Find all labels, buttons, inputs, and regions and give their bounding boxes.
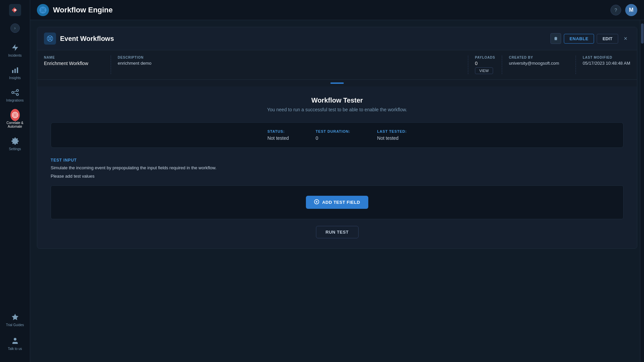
svg-line-24 — [51, 40, 52, 41]
sidebar: › Incidents Insights — [0, 0, 30, 362]
test-input-description: Simulate the incoming event by prepopula… — [51, 165, 624, 170]
panel-header: Event Workflows ENABLE EDIT × — [37, 27, 637, 50]
sidebar-item-talk-to-us[interactable]: Talk to us — [2, 333, 29, 354]
incidents-icon — [10, 43, 20, 52]
svg-rect-2 — [14, 69, 16, 73]
tester-subtitle: You need to run a successful test to be … — [51, 107, 624, 112]
sidebar-item-insights[interactable]: Insights — [2, 62, 29, 83]
sidebar-item-label: Incidents — [8, 54, 21, 57]
svg-point-4 — [12, 92, 14, 94]
user-avatar[interactable]: M — [625, 4, 637, 16]
last-tested-label: LAST TESTED: — [377, 129, 407, 133]
run-test-button[interactable]: RUN TEST — [316, 226, 359, 238]
info-bar: NAME Enrichment Workflow DESCRIPTION enr… — [37, 50, 637, 80]
scrollbar-thumb[interactable] — [641, 23, 644, 44]
scroll-indicator — [37, 80, 637, 86]
svg-point-22 — [50, 38, 51, 39]
sidebar-item-incidents[interactable]: Incidents — [2, 40, 29, 61]
talk-to-us-icon — [10, 336, 20, 346]
payloads-section: PAYLOADS 0 VIEW — [468, 56, 502, 74]
panel-title: Event Workflows — [60, 35, 114, 43]
status-label: STATUS: — [267, 129, 289, 133]
sidebar-item-settings[interactable]: Settings — [2, 133, 29, 154]
svg-point-6 — [16, 94, 18, 96]
created-by-value: university@moogsoft.com — [509, 61, 569, 66]
scroll-dot — [330, 82, 344, 84]
event-workflows-icon — [44, 33, 56, 45]
insights-icon — [10, 65, 20, 75]
add-icon — [314, 199, 319, 205]
add-test-field-button[interactable]: ADD TEST FIELD — [306, 196, 368, 209]
created-by-section: CREATED BY university@moogsoft.com — [502, 56, 576, 74]
event-workflows-panel: Event Workflows ENABLE EDIT × NAME Enric… — [37, 27, 637, 249]
view-payloads-button[interactable]: VIEW — [475, 67, 493, 74]
svg-point-12 — [14, 338, 16, 341]
name-section: NAME Enrichment Workflow — [44, 56, 111, 74]
duration-item: TEST DURATION: 0 — [316, 129, 350, 141]
sidebar-item-label: Insights — [9, 76, 20, 80]
sidebar-item-label: Talk to us — [8, 347, 22, 351]
status-box: STATUS: Not tested TEST DURATION: 0 LAST… — [51, 122, 624, 148]
test-field-area: ADD TEST FIELD — [51, 185, 624, 219]
svg-rect-3 — [17, 67, 18, 73]
delete-button[interactable] — [550, 33, 561, 44]
sidebar-item-label: Integrations — [6, 99, 23, 102]
help-button[interactable]: ? — [610, 5, 621, 15]
sidebar-toggle[interactable]: › — [10, 23, 20, 33]
add-test-field-label: ADD TEST FIELD — [322, 200, 360, 205]
last-modified-value: 05/17/2023 10:48:48 AM — [583, 61, 630, 66]
enable-button[interactable]: ENABLE — [564, 34, 594, 44]
main-content: Event Workflows ENABLE EDIT × NAME Enric… — [30, 20, 644, 362]
svg-line-26 — [48, 40, 49, 41]
duration-value: 0 — [316, 135, 350, 141]
payloads-count: 0 — [475, 61, 478, 66]
workflow-engine-icon — [37, 4, 49, 16]
page-title: Workflow Engine — [53, 6, 113, 14]
created-by-label: CREATED BY — [509, 56, 569, 59]
name-label: NAME — [44, 56, 104, 59]
svg-line-25 — [51, 37, 52, 38]
close-button[interactable]: × — [621, 34, 630, 43]
edit-button[interactable]: EDIT — [597, 34, 618, 44]
description-label: DESCRIPTION — [118, 56, 461, 59]
svg-rect-1 — [12, 70, 13, 73]
duration-label: TEST DURATION: — [316, 129, 350, 133]
test-input-title: TEST INPUT — [51, 158, 624, 163]
status-item: STATUS: Not tested — [267, 129, 289, 141]
integrations-icon — [10, 88, 20, 97]
svg-point-15 — [42, 9, 44, 11]
svg-line-7 — [14, 91, 16, 92]
svg-line-8 — [14, 93, 16, 94]
svg-line-23 — [48, 37, 49, 38]
last-tested-item: LAST TESTED: Not tested — [377, 129, 407, 141]
last-modified-label: LAST MODIFIED — [583, 56, 630, 59]
sidebar-item-label: Trial Guides — [6, 323, 24, 327]
sidebar-item-label: Settings — [9, 147, 21, 151]
app-logo[interactable] — [8, 3, 22, 17]
sidebar-item-trial-guides[interactable]: Trial Guides — [2, 309, 29, 330]
last-modified-section: LAST MODIFIED 05/17/2023 10:48:48 AM — [576, 56, 630, 74]
name-value: Enrichment Workflow — [44, 61, 104, 66]
status-value: Not tested — [267, 135, 289, 141]
description-section: DESCRIPTION enrichment demo — [111, 56, 468, 74]
svg-point-11 — [14, 114, 15, 115]
correlate-icon — [10, 110, 20, 120]
test-input-section: TEST INPUT Simulate the incoming event b… — [51, 158, 624, 179]
trial-guides-icon — [10, 312, 20, 322]
scrollbar-track — [640, 20, 644, 362]
sidebar-item-correlate[interactable]: Correlate & Automate — [2, 107, 29, 132]
settings-icon — [10, 136, 20, 146]
payloads-label: PAYLOADS — [475, 56, 495, 59]
sidebar-item-integrations[interactable]: Integrations — [2, 84, 29, 106]
panel-header-actions: ENABLE EDIT × — [550, 33, 630, 44]
sidebar-item-label: Correlate & Automate — [3, 121, 27, 128]
tester-content: Workflow Tester You need to run a succes… — [37, 86, 637, 248]
description-value: enrichment demo — [118, 61, 461, 66]
svg-point-5 — [16, 89, 18, 92]
test-input-note: Please add test values — [51, 174, 624, 179]
topbar: Workflow Engine ? M — [30, 0, 644, 20]
last-tested-value: Not tested — [377, 135, 407, 141]
tester-title: Workflow Tester — [51, 97, 624, 104]
